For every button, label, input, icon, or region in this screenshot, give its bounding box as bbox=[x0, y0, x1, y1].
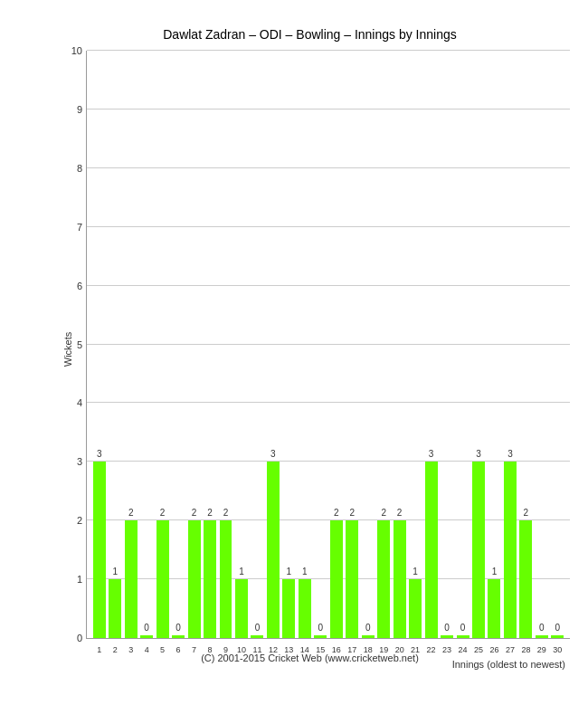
y-tick-7: 7 bbox=[77, 222, 82, 233]
bar-label-4: 0 bbox=[144, 623, 149, 633]
bar-20: 2 bbox=[394, 520, 406, 638]
x-tick-21: 21 bbox=[411, 645, 420, 654]
x-tick-28: 28 bbox=[521, 645, 530, 654]
x-tick-13: 13 bbox=[284, 645, 293, 654]
bar-26: 1 bbox=[488, 579, 500, 638]
bar-19: 2 bbox=[377, 520, 390, 638]
bar-group-24: 024 bbox=[455, 51, 470, 638]
chart-container: Dawlat Zadran – ODI – Bowling – Innings … bbox=[0, 0, 588, 724]
bar-group-14: 114 bbox=[297, 51, 312, 638]
bar-27: 3 bbox=[504, 462, 517, 638]
bar-group-10: 110 bbox=[233, 51, 249, 638]
bar-label-6: 0 bbox=[175, 623, 181, 633]
bar-group-5: 25 bbox=[155, 51, 170, 638]
x-tick-7: 7 bbox=[192, 645, 196, 654]
x-tick-14: 14 bbox=[300, 645, 309, 654]
chart-area: 1 2 3 4 5 6 7 bbox=[86, 51, 570, 639]
x-tick-30: 30 bbox=[553, 645, 562, 654]
bar-group-7: 27 bbox=[186, 51, 202, 638]
bar-label-20: 2 bbox=[397, 508, 403, 518]
bar-group-13: 113 bbox=[281, 51, 297, 638]
bar-group-18: 018 bbox=[360, 51, 375, 638]
bar-21: 1 bbox=[409, 579, 422, 638]
bar-18: 0 bbox=[362, 635, 375, 638]
bar-label-13: 1 bbox=[287, 567, 292, 576]
x-tick-2: 2 bbox=[113, 645, 118, 654]
x-tick-24: 24 bbox=[459, 645, 468, 654]
bar-4: 0 bbox=[140, 635, 153, 638]
bar-group-26: 126 bbox=[487, 51, 502, 638]
y-tick-10: 10 bbox=[71, 45, 82, 56]
bar-label-19: 2 bbox=[381, 508, 386, 518]
bar-group-28: 228 bbox=[518, 51, 534, 638]
bar-15: 0 bbox=[314, 635, 327, 638]
y-tick-8: 8 bbox=[77, 163, 82, 174]
bar-14: 1 bbox=[299, 579, 311, 638]
y-tick-5: 5 bbox=[77, 339, 82, 350]
bar-label-12: 3 bbox=[270, 449, 276, 459]
bar-label-25: 3 bbox=[476, 449, 481, 459]
bar-group-22: 322 bbox=[423, 51, 439, 638]
bar-label-14: 1 bbox=[302, 567, 308, 576]
chart-title: Dawlat Zadran – ODI – Bowling – Innings … bbox=[50, 27, 570, 42]
x-tick-15: 15 bbox=[316, 645, 325, 654]
x-tick-17: 17 bbox=[347, 645, 356, 654]
bar-24: 0 bbox=[457, 635, 469, 638]
bar-13: 1 bbox=[282, 579, 295, 638]
bar-group-25: 325 bbox=[470, 51, 486, 638]
x-tick-6: 6 bbox=[176, 645, 181, 654]
bar-16: 2 bbox=[330, 520, 343, 638]
bar-8: 2 bbox=[204, 520, 216, 638]
bar-label-24: 0 bbox=[460, 623, 466, 633]
bar-5: 2 bbox=[156, 520, 169, 638]
bar-group-4: 04 bbox=[138, 51, 154, 638]
bar-23: 0 bbox=[441, 635, 453, 638]
bar-group-27: 327 bbox=[502, 51, 517, 638]
bar-6: 0 bbox=[172, 635, 185, 638]
bar-30: 0 bbox=[551, 635, 564, 638]
y-tick-2: 2 bbox=[77, 515, 82, 526]
bar-label-10: 1 bbox=[239, 567, 244, 576]
bar-group-23: 023 bbox=[439, 51, 454, 638]
bar-group-11: 011 bbox=[250, 51, 265, 638]
bar-10: 1 bbox=[235, 579, 248, 638]
bar-label-18: 0 bbox=[365, 623, 371, 633]
bar-17: 2 bbox=[346, 520, 358, 638]
x-tick-1: 1 bbox=[97, 645, 101, 654]
x-tick-18: 18 bbox=[364, 645, 373, 654]
bar-group-12: 312 bbox=[265, 51, 280, 638]
bar-label-2: 1 bbox=[112, 567, 118, 576]
bar-label-30: 0 bbox=[555, 623, 561, 633]
bar-29: 0 bbox=[536, 635, 548, 638]
bar-25: 3 bbox=[472, 462, 485, 638]
x-tick-8: 8 bbox=[208, 645, 213, 654]
bar-group-17: 217 bbox=[345, 51, 360, 638]
x-tick-16: 16 bbox=[332, 645, 341, 654]
bar-label-16: 2 bbox=[334, 508, 339, 518]
bar-group-2: 12 bbox=[107, 51, 122, 638]
x-tick-4: 4 bbox=[145, 645, 149, 654]
x-tick-22: 22 bbox=[427, 645, 436, 654]
bars-wrapper: 3112230425062728291100113121131140152162… bbox=[87, 51, 570, 638]
bar-group-20: 220 bbox=[392, 51, 407, 638]
y-tick-9: 9 bbox=[77, 104, 82, 115]
bar-group-8: 28 bbox=[202, 51, 217, 638]
bar-label-29: 0 bbox=[539, 623, 545, 633]
bar-label-22: 3 bbox=[429, 449, 434, 459]
bar-label-3: 2 bbox=[128, 508, 134, 518]
bar-group-9: 29 bbox=[218, 51, 233, 638]
bar-label-27: 3 bbox=[507, 449, 513, 459]
bar-label-28: 2 bbox=[524, 508, 529, 518]
bar-12: 3 bbox=[267, 462, 280, 638]
bar-group-16: 216 bbox=[328, 51, 344, 638]
bar-7: 2 bbox=[188, 520, 201, 638]
x-tick-29: 29 bbox=[537, 645, 546, 654]
x-tick-11: 11 bbox=[252, 645, 261, 654]
bar-label-26: 1 bbox=[492, 567, 498, 576]
bar-label-8: 2 bbox=[207, 508, 213, 518]
x-tick-9: 9 bbox=[223, 645, 228, 654]
x-tick-27: 27 bbox=[506, 645, 515, 654]
bar-2: 1 bbox=[109, 579, 121, 638]
x-tick-10: 10 bbox=[237, 645, 246, 654]
y-tick-6: 6 bbox=[77, 281, 82, 291]
